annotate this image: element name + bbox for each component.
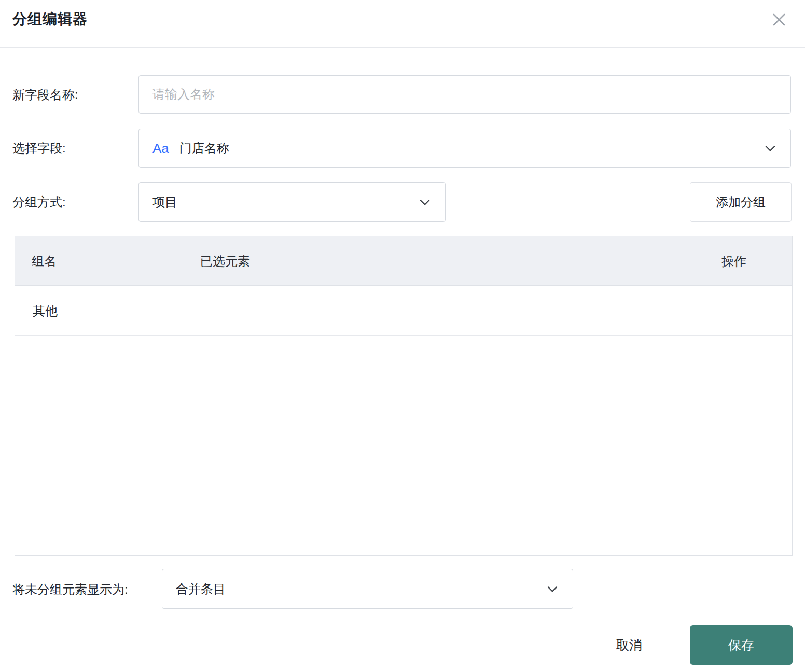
header-divider [0,47,805,48]
close-button[interactable] [768,8,790,31]
select-field-dropdown[interactable]: Aa 门店名称 [138,129,791,168]
group-editor-dialog: 分组编辑器 新字段名称: 选择字段: Aa 门店名称 分组方式: 项目 添加分组… [0,0,805,672]
new-field-name-input[interactable] [138,75,791,114]
column-header-selected-elements: 已选元素 [200,236,250,286]
group-method-value: 项目 [152,194,177,211]
group-name-cell: 其他 [33,286,58,336]
ungrouped-display-dropdown[interactable]: 合并条目 [162,569,573,609]
column-header-actions: 操作 [721,236,746,286]
ungrouped-display-value: 合并条目 [176,581,226,597]
group-method-label: 分组方式: [12,194,66,210]
column-header-group-name: 组名 [32,236,57,286]
group-method-dropdown[interactable]: 项目 [138,182,446,222]
select-field-label: 选择字段: [12,141,66,156]
chevron-down-icon [545,581,560,597]
dialog-title: 分组编辑器 [12,9,88,29]
ungrouped-display-label: 将未分组元素显示为: [12,582,128,597]
cancel-button[interactable]: 取消 [602,628,657,662]
groups-table-header: 组名 已选元素 操作 [15,236,792,286]
chevron-down-icon [762,141,778,156]
table-row[interactable]: 其他 [15,286,792,336]
text-field-type-icon: Aa [152,141,169,157]
save-button[interactable]: 保存 [690,625,793,665]
add-group-button[interactable]: 添加分组 [690,182,792,222]
new-field-name-label: 新字段名称: [12,87,78,103]
select-field-value: 门店名称 [179,140,229,157]
chevron-down-icon [417,194,433,210]
groups-table: 组名 已选元素 操作 其他 [15,236,793,556]
close-icon [770,10,788,29]
